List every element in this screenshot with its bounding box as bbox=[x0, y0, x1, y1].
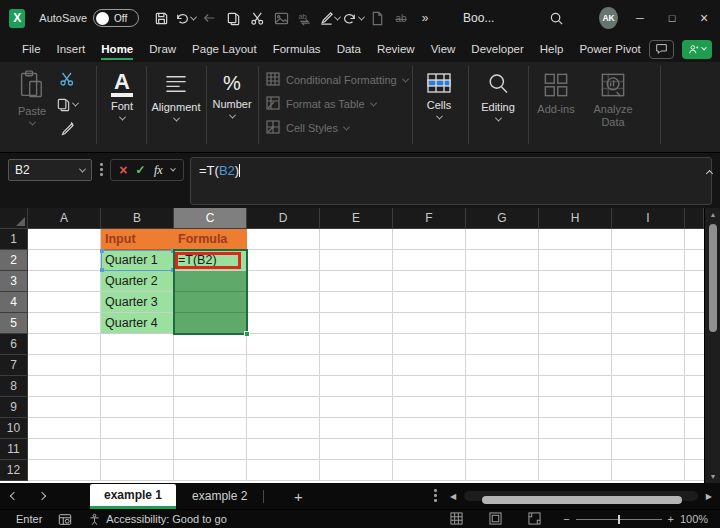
name-box[interactable]: B2 bbox=[8, 159, 92, 181]
more-commands-icon[interactable]: » bbox=[413, 5, 437, 31]
row-header-7[interactable]: 7 bbox=[0, 355, 28, 376]
autosave-toggle[interactable]: Off bbox=[93, 9, 139, 27]
editing-group-button[interactable]: Editing bbox=[470, 72, 526, 122]
column-header-B[interactable]: B bbox=[101, 208, 174, 229]
menu-tab-developer[interactable]: Developer bbox=[463, 38, 531, 61]
row-header-2[interactable]: 2 bbox=[0, 250, 28, 271]
menu-tab-page-layout[interactable]: Page Layout bbox=[184, 38, 265, 61]
column-header-E[interactable]: E bbox=[320, 208, 393, 229]
cell-C2[interactable]: =T(B2) bbox=[174, 250, 247, 271]
enter-icon[interactable]: ✓ bbox=[136, 163, 146, 177]
row-header-4[interactable]: 4 bbox=[0, 292, 28, 313]
alignment-group-button[interactable]: Alignment bbox=[148, 72, 204, 122]
cut-icon[interactable] bbox=[245, 5, 269, 31]
menu-tab-review[interactable]: Review bbox=[369, 38, 423, 61]
undo-dropdown-icon[interactable] bbox=[190, 13, 197, 20]
cancel-icon[interactable]: × bbox=[119, 162, 127, 178]
tab-scroll-handle-icon[interactable] bbox=[434, 489, 437, 503]
vertical-scrollbar[interactable]: ▲ ▼ bbox=[704, 208, 720, 483]
share-dropdown-icon[interactable] bbox=[701, 45, 707, 51]
worksheet-grid[interactable]: ABCDEFGHI 123456789101112 Input Formula … bbox=[0, 208, 720, 483]
menu-tab-data[interactable]: Data bbox=[329, 38, 369, 61]
cell-C4[interactable] bbox=[174, 292, 247, 313]
insert-function-icon[interactable]: fx bbox=[154, 163, 163, 178]
row-header-8[interactable]: 8 bbox=[0, 376, 28, 397]
sheet-tab-example-2[interactable]: example 2 bbox=[176, 484, 263, 509]
copy-icon[interactable] bbox=[221, 5, 245, 31]
name-box-dropdown-icon[interactable] bbox=[79, 165, 86, 172]
row-header-3[interactable]: 3 bbox=[0, 271, 28, 292]
zoom-slider-knob[interactable] bbox=[618, 515, 620, 524]
copy-button[interactable] bbox=[52, 95, 82, 113]
cell-C5[interactable] bbox=[174, 313, 247, 334]
format-as-table-button[interactable]: Format as Table bbox=[266, 96, 376, 112]
cut-button[interactable] bbox=[52, 70, 82, 88]
prev-sheet-icon[interactable] bbox=[0, 493, 28, 499]
cell-C1[interactable]: Formula bbox=[174, 229, 247, 250]
page-layout-view-icon[interactable] bbox=[489, 512, 502, 527]
macro-record-icon[interactable] bbox=[58, 513, 72, 526]
row-header-10[interactable]: 10 bbox=[0, 418, 28, 439]
number-group-button[interactable]: % Number bbox=[208, 72, 256, 119]
menu-tab-draw[interactable]: Draw bbox=[141, 38, 184, 61]
zoom-out-icon[interactable]: − bbox=[563, 513, 569, 525]
column-header-C[interactable]: C bbox=[174, 208, 247, 229]
row-header-12[interactable]: 12 bbox=[0, 460, 28, 481]
menu-tab-home[interactable]: Home bbox=[93, 38, 141, 61]
avatar[interactable]: AK bbox=[599, 7, 618, 29]
row-header-9[interactable]: 9 bbox=[0, 397, 28, 418]
cell-B5[interactable]: Quarter 4 bbox=[101, 313, 174, 334]
column-header-partial[interactable] bbox=[685, 208, 704, 229]
fx-dropdown-icon[interactable] bbox=[170, 166, 176, 172]
cells-group-button[interactable]: Cells bbox=[416, 72, 462, 120]
cell-B1[interactable]: Input bbox=[101, 229, 174, 250]
fill-handle[interactable] bbox=[244, 331, 250, 337]
menu-tab-help[interactable]: Help bbox=[532, 38, 572, 61]
menu-tab-view[interactable]: View bbox=[423, 38, 464, 61]
row-header-1[interactable]: 1 bbox=[0, 229, 28, 250]
excel-logo-icon[interactable]: X bbox=[9, 9, 25, 28]
zoom-in-icon[interactable]: + bbox=[668, 513, 674, 525]
scroll-right-icon[interactable]: ▶ bbox=[706, 492, 712, 501]
collapse-formula-bar-icon[interactable] bbox=[707, 162, 712, 180]
autosave-control[interactable]: AutoSave Off bbox=[39, 9, 139, 27]
formula-bar-handle-icon[interactable] bbox=[100, 163, 103, 177]
accessibility-icon[interactable] bbox=[88, 513, 101, 526]
redo-icon[interactable] bbox=[341, 5, 365, 31]
menu-tab-formulas[interactable]: Formulas bbox=[265, 38, 329, 61]
column-header-D[interactable]: D bbox=[247, 208, 320, 229]
add-sheet-button[interactable]: + bbox=[288, 488, 308, 505]
column-header-H[interactable]: H bbox=[539, 208, 612, 229]
format-painter-button[interactable] bbox=[52, 120, 82, 138]
zoom-slider[interactable] bbox=[576, 519, 662, 520]
next-sheet-icon[interactable] bbox=[28, 493, 56, 499]
format-painter-icon[interactable] bbox=[317, 5, 341, 31]
cells-area[interactable]: Input Formula Quarter 1 Quarter 2 Quarte… bbox=[28, 229, 704, 481]
formula-input[interactable]: =T(B2) bbox=[190, 157, 712, 205]
scroll-up-icon[interactable]: ▲ bbox=[705, 211, 720, 218]
row-header-5[interactable]: 5 bbox=[0, 313, 28, 334]
minimize-icon[interactable]: ─ bbox=[624, 0, 656, 36]
format-painter-dropdown-icon[interactable] bbox=[334, 13, 341, 20]
comments-button[interactable] bbox=[649, 40, 674, 59]
horizontal-scroll-thumb[interactable] bbox=[482, 496, 682, 504]
menu-tab-file[interactable]: File bbox=[14, 38, 49, 61]
cell-C3[interactable] bbox=[174, 271, 247, 292]
share-button[interactable] bbox=[682, 40, 712, 59]
cell-B4[interactable]: Quarter 3 bbox=[101, 292, 174, 313]
horizontal-scroll-track[interactable] bbox=[464, 491, 698, 501]
close-icon[interactable]: × bbox=[688, 0, 720, 36]
column-header-F[interactable]: F bbox=[393, 208, 466, 229]
redo-dropdown-icon[interactable] bbox=[358, 13, 365, 20]
paste-button[interactable]: Paste bbox=[12, 70, 52, 126]
cell-B3[interactable]: Quarter 2 bbox=[101, 271, 174, 292]
cell-styles-button[interactable]: Cell Styles bbox=[266, 120, 349, 136]
scroll-down-icon[interactable]: ▼ bbox=[705, 473, 720, 480]
normal-view-icon[interactable] bbox=[450, 512, 463, 527]
sheet-tab-example-1[interactable]: example 1 bbox=[90, 484, 176, 509]
analyze-data-button[interactable]: Analyze Data bbox=[586, 72, 640, 128]
row-header-6[interactable]: 6 bbox=[0, 334, 28, 355]
page-break-preview-icon[interactable] bbox=[528, 512, 541, 527]
menu-tab-insert[interactable]: Insert bbox=[49, 38, 94, 61]
conditional-formatting-button[interactable]: Conditional Formatting bbox=[266, 72, 408, 88]
